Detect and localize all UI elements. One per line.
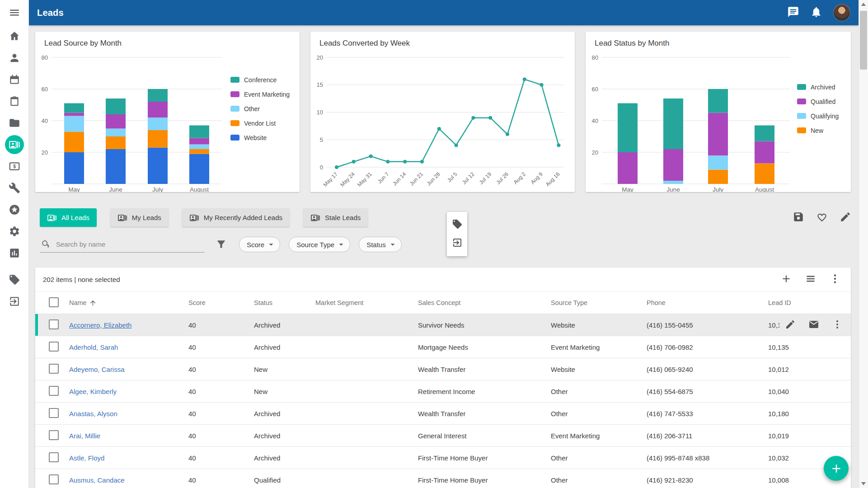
sidebar-item-folder[interactable] — [0, 112, 29, 134]
sidebar-item-clipboard[interactable] — [0, 90, 29, 112]
filter-button[interactable] — [216, 239, 227, 251]
table-row[interactable]: Astle, Floyd40ArchivedFirst-Time Home Bu… — [35, 447, 851, 469]
svg-text:60: 60 — [592, 86, 598, 93]
dropdown-label: Status — [366, 241, 386, 249]
row-checkbox[interactable] — [49, 319, 59, 329]
column-header-lead-id[interactable]: Lead ID — [768, 299, 851, 306]
column-header-phone[interactable]: Phone — [647, 299, 768, 306]
scroll-down-arrow[interactable] — [859, 482, 868, 485]
lead-name-link[interactable]: Aderhold, Sarah — [69, 343, 118, 351]
column-label: Market Segment — [315, 299, 363, 306]
sidebar-item-settings[interactable] — [0, 221, 29, 242]
table-row[interactable]: Accornero, Elizabeth40ArchivedSurvivor N… — [35, 314, 851, 336]
svg-text:June: June — [109, 186, 122, 192]
email-row-button[interactable] — [808, 319, 819, 331]
wrench-icon — [9, 182, 20, 194]
column-header-score[interactable]: Score — [188, 299, 254, 306]
dropdown-score[interactable]: Score — [239, 237, 280, 252]
tags-button[interactable] — [452, 219, 463, 231]
lead-view-my-leads[interactable]: My Leads — [110, 208, 169, 227]
row-checkbox[interactable] — [49, 364, 59, 374]
legend-item-archived[interactable]: Archived — [797, 83, 839, 91]
add-item-button[interactable] — [780, 273, 792, 286]
lead-name-link[interactable]: Astle, Floyd — [69, 454, 104, 462]
legend-item-event-marketing[interactable]: Event Marketing — [230, 90, 290, 99]
save-view-button[interactable] — [793, 211, 804, 224]
table-row[interactable]: Aderhold, Sarah40ArchivedMortgage NeedsE… — [35, 336, 851, 358]
row-checkbox[interactable] — [49, 386, 59, 396]
dropdown-status[interactable]: Status — [359, 237, 402, 252]
table-row[interactable]: Adeyemo, Carissa40NewWealth TransferWebs… — [35, 358, 851, 380]
edit-view-button[interactable] — [840, 211, 851, 224]
lead-view-my-recently-added-leads[interactable]: My Recently Added Leads — [182, 208, 290, 227]
row-checkbox[interactable] — [49, 408, 59, 418]
lead-name-link[interactable]: Accornero, Elizabeth — [69, 321, 131, 329]
sidebar-item-home[interactable] — [0, 25, 29, 47]
sidebar-item-person[interactable] — [0, 47, 29, 69]
svg-text:Jun 7: Jun 7 — [376, 171, 390, 185]
scroll-up-arrow[interactable] — [859, 3, 868, 6]
column-header-market-segment[interactable]: Market Segment — [315, 299, 418, 306]
chat-button[interactable] — [787, 6, 799, 19]
table-menu-button[interactable] — [829, 273, 841, 286]
sidebar-item-favorites[interactable] — [0, 199, 29, 221]
dropdown-label: Source Type — [296, 241, 334, 249]
search-input[interactable] — [56, 240, 204, 248]
notifications-button[interactable] — [810, 6, 822, 19]
cell-lead-id: 10,135 — [768, 343, 851, 351]
lead-view-stale-leads[interactable]: Stale Leads — [303, 208, 368, 227]
leads-table-card: 202 items | none selected NameScoreStatu… — [35, 267, 851, 488]
column-header-source-type[interactable]: Source Type — [551, 299, 647, 306]
legend-item-website[interactable]: Website — [230, 133, 290, 142]
cell-score: 40 — [188, 388, 254, 395]
legend-item-qualifying[interactable]: Qualifying — [797, 112, 839, 120]
sidebar-item-exit[interactable] — [0, 291, 29, 312]
sidebar-item-leads[interactable] — [0, 134, 29, 155]
avatar[interactable] — [833, 4, 850, 21]
exit-button[interactable] — [452, 237, 463, 249]
lead-name-link[interactable]: Algee, Kimberly — [69, 388, 117, 395]
table-row[interactable]: Anastas, Alyson40ArchivedWealth Transfer… — [35, 403, 851, 425]
sidebar-item-tags[interactable] — [0, 269, 29, 291]
favorite-view-button[interactable] — [816, 211, 828, 224]
row-checkbox[interactable] — [49, 474, 59, 484]
legend-item-qualified[interactable]: Qualified — [797, 97, 839, 106]
menu-button[interactable] — [0, 0, 29, 25]
sidebar-item-calendar[interactable] — [0, 69, 29, 90]
column-header-name[interactable]: Name — [69, 299, 188, 307]
dropdown-source-type[interactable]: Source Type — [289, 237, 350, 252]
legend-item-new[interactable]: New — [797, 126, 839, 135]
svg-text:May: May — [68, 186, 80, 192]
lead-name-link[interactable]: Arai, Millie — [69, 432, 100, 440]
table-row[interactable]: Algee, Kimberly40NewRetirement IncomeOth… — [35, 380, 851, 403]
column-header-status[interactable]: Status — [254, 299, 315, 306]
cell-phone: (416) 706-0982 — [647, 343, 768, 351]
tag-icon — [452, 219, 463, 230]
sidebar-item-reports[interactable] — [0, 242, 29, 264]
lead-name-link[interactable]: Ausmus, Candace — [69, 476, 125, 484]
sidebar-item-tools[interactable] — [0, 177, 29, 199]
cell-status: Archived — [254, 432, 315, 440]
legend-item-other[interactable]: Other — [230, 104, 290, 113]
row-menu-button[interactable] — [832, 319, 843, 331]
lead-view-all-leads[interactable]: All Leads — [40, 208, 97, 227]
column-header-sales-concept[interactable]: Sales Concept — [418, 299, 551, 306]
sidebar-item-billing[interactable]: $ — [0, 155, 29, 177]
add-lead-fab[interactable] — [824, 456, 849, 481]
row-checkbox[interactable] — [49, 452, 59, 462]
legend-item-conference[interactable]: Conference — [230, 75, 290, 84]
lead-name-link[interactable]: Adeyemo, Carissa — [69, 366, 125, 373]
lead-name-link[interactable]: Anastas, Alyson — [69, 410, 117, 418]
scrollbar-thumb[interactable] — [860, 11, 867, 70]
chart-card-leads-converted: Leads Converted by Week 05101520May 17Ma… — [310, 32, 575, 192]
row-checkbox[interactable] — [49, 342, 59, 352]
list-view-button[interactable] — [805, 273, 816, 286]
table-row[interactable]: Arai, Millie40ArchivedGeneral InterestEv… — [35, 425, 851, 447]
legend-item-vendor-list[interactable]: Vendor List — [230, 119, 290, 127]
row-checkbox[interactable] — [49, 430, 59, 440]
table-row[interactable]: Ausmus, Candace40QualifiedFirst-Time Hom… — [35, 469, 851, 488]
cell-phone: (416) 995-8748 x838 — [647, 454, 768, 462]
page-scrollbar[interactable] — [859, 0, 868, 488]
edit-row-button[interactable] — [785, 319, 796, 331]
select-all-checkbox[interactable] — [49, 297, 59, 307]
